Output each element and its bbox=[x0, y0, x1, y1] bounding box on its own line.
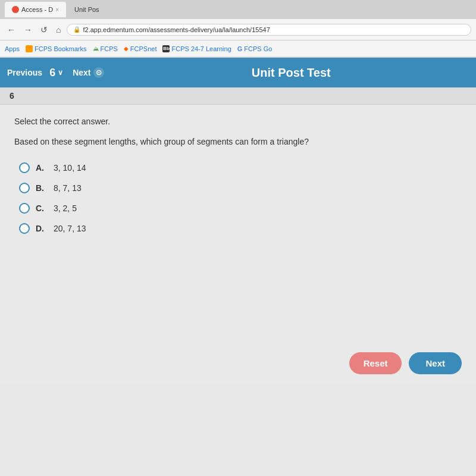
test-title: Unit Post Test bbox=[114, 66, 469, 80]
lock-icon: 🔒 bbox=[73, 26, 80, 33]
google-icon: G bbox=[237, 45, 243, 52]
question-content: Select the correct answer. Based on thes… bbox=[0, 105, 476, 343]
unit-pos-label: Unit Pos bbox=[74, 6, 99, 13]
unit-pos-tab[interactable]: Unit Pos bbox=[70, 2, 104, 17]
answer-options: A. 3, 10, 14 B. 8, 7, 13 C. 3, 2, 5 D. 2… bbox=[19, 162, 462, 234]
tab-close-button[interactable]: × bbox=[55, 7, 59, 13]
forward-button[interactable]: → bbox=[21, 24, 35, 36]
option-b-label: B. bbox=[36, 183, 48, 193]
nav-bar: ← → ↺ ⌂ 🔒 f2.app.edmentum.com/assessment… bbox=[0, 19, 476, 40]
tab-label: Access - D bbox=[21, 6, 53, 13]
dropdown-arrow-icon: ∨ bbox=[58, 68, 63, 77]
tab-bar: Access - D × Unit Pos bbox=[0, 0, 476, 19]
radio-c[interactable] bbox=[19, 203, 30, 214]
question-number-bar: 6 bbox=[0, 87, 476, 105]
bookmark-fcps-go[interactable]: G FCPS Go bbox=[237, 45, 273, 52]
fcps-bookmarks-label: FCPS Bookmarks bbox=[35, 45, 86, 52]
question-area: 6 Select the correct answer. Based on th… bbox=[0, 87, 476, 476]
fcps-icon: ⛰ bbox=[93, 45, 99, 52]
bookmark-247learning[interactable]: Bb FCPS 24-7 Learning bbox=[162, 45, 231, 52]
fcpsnet-icon: ◆ bbox=[124, 45, 129, 52]
radio-a[interactable] bbox=[19, 162, 30, 173]
option-c[interactable]: C. 3, 2, 5 bbox=[19, 203, 462, 214]
action-bar: Reset Next bbox=[0, 343, 476, 384]
option-b[interactable]: B. 8, 7, 13 bbox=[19, 183, 462, 193]
option-d[interactable]: D. 20, 7, 13 bbox=[19, 223, 462, 234]
option-a[interactable]: A. 3, 10, 14 bbox=[19, 162, 462, 173]
fcps-label: FCPS bbox=[101, 45, 118, 52]
radio-d[interactable] bbox=[19, 223, 30, 234]
option-c-text: 3, 2, 5 bbox=[54, 203, 77, 213]
247-label: FCPS 24-7 Learning bbox=[171, 45, 231, 52]
question-text: Based on these segment lengths, which gr… bbox=[14, 136, 462, 148]
app-nav-bar: Previous 6 ∨ Next ⊙ Unit Post Test bbox=[0, 58, 476, 87]
option-a-text: 3, 10, 14 bbox=[54, 163, 86, 173]
previous-button[interactable]: Previous bbox=[7, 63, 49, 82]
reset-button[interactable]: Reset bbox=[349, 352, 402, 374]
option-d-label: D. bbox=[36, 224, 48, 233]
option-a-label: A. bbox=[36, 163, 48, 173]
question-number-display: 6 bbox=[10, 91, 14, 101]
fcpsnet-label: FCPSnet bbox=[130, 45, 157, 52]
tab-favicon bbox=[12, 6, 19, 13]
home-button[interactable]: ⌂ bbox=[54, 24, 63, 36]
radio-b[interactable] bbox=[19, 183, 30, 193]
question-number: 6 bbox=[49, 67, 55, 79]
address-bar[interactable]: 🔒 f2.app.edmentum.com/assessments-delive… bbox=[67, 24, 471, 36]
instruction-text: Select the correct answer. bbox=[14, 117, 462, 126]
fcps-go-label: FCPS Go bbox=[244, 45, 272, 52]
bookmarks-bar: Apps FCPS Bookmarks ⛰ FCPS ◆ FCPSnet Bb … bbox=[0, 40, 476, 57]
refresh-button[interactable]: ↺ bbox=[38, 24, 50, 36]
nav-next-button[interactable]: Next ⊙ bbox=[63, 62, 113, 83]
option-c-label: C. bbox=[36, 203, 48, 213]
question-number-selector[interactable]: 6 ∨ bbox=[49, 67, 63, 79]
next-arrow-icon: ⊙ bbox=[93, 67, 104, 78]
fcps-bookmarks-icon bbox=[26, 45, 33, 52]
bookmark-apps[interactable]: Apps bbox=[5, 45, 20, 52]
active-tab[interactable]: Access - D × bbox=[5, 2, 66, 17]
bb-icon: Bb bbox=[162, 45, 170, 52]
bookmark-fcpsnet[interactable]: ◆ FCPSnet bbox=[124, 45, 157, 52]
option-b-text: 8, 7, 13 bbox=[54, 183, 82, 193]
bookmark-fcps-bookmarks[interactable]: FCPS Bookmarks bbox=[26, 45, 86, 52]
option-d-text: 20, 7, 13 bbox=[54, 224, 86, 233]
next-answer-button[interactable]: Next bbox=[409, 352, 462, 374]
bookmark-fcps[interactable]: ⛰ FCPS bbox=[93, 45, 118, 52]
apps-label: Apps bbox=[5, 45, 20, 52]
address-text: f2.app.edmentum.com/assessments-delivery… bbox=[83, 26, 270, 33]
back-button[interactable]: ← bbox=[5, 24, 18, 36]
